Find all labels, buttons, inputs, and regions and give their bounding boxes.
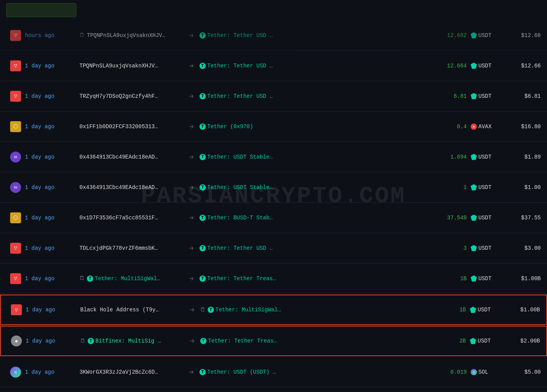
to-col[interactable]: ₮ Tether: USDT Stable… [199, 154, 428, 160]
row-icon-col: ▽ [6, 30, 25, 41]
row-icon-col: ▽ [7, 304, 26, 315]
to-col[interactable]: ₮ Tether (0x970) [199, 124, 428, 130]
usdt-gem-icon [471, 93, 477, 99]
amount-col: 12.664 [428, 63, 467, 69]
transactions-table: ▽ hours ago 🗒TPQNPnSLA9uxjqVsaknXHJV… ₮ … [0, 20, 547, 387]
from-col[interactable]: 0x4364913Cbc49EAdc18eAD… [79, 154, 189, 160]
tether-icon: ₮ [199, 184, 206, 191]
usdt-gem-icon [471, 63, 477, 69]
to-col[interactable]: ₮ Tether: Tether USD … [199, 93, 428, 99]
tron-icon: ▽ [11, 304, 22, 315]
time-col: 1 day ago [25, 63, 79, 69]
tron-icon: ▽ [10, 30, 21, 41]
table-row[interactable]: ▽ 1 day ago TDLcxjdPGk778vrZF6mmsbK… ₮ T… [0, 233, 547, 263]
token-col: ◎ SOL [467, 369, 502, 375]
table-row[interactable]: ∞ 1 day ago 0x4364913Cbc49EAdc18eAD… ₮ T… [0, 142, 547, 172]
avax-icon: ▲ [471, 124, 477, 130]
tron-icon: ▽ [10, 60, 21, 71]
value-col: $1.00B [502, 275, 541, 282]
separator [189, 276, 199, 281]
separator [189, 245, 199, 251]
from-col[interactable]: 🗒₮ Tether: MultiSigWal… [79, 275, 189, 282]
from-col[interactable]: 0x1D7F3536cF7a5cc85531F… [79, 215, 189, 221]
table-row[interactable]: ▽ 1 day ago TRZyqH7y7DSoQ2gnCzfy4hF… ₮ T… [0, 81, 547, 111]
amount-col: 0.019 [428, 369, 467, 375]
time-col: 1 day ago [26, 338, 80, 344]
from-col[interactable]: 🗒₮ Bitfinex: MultiSig … [80, 338, 189, 344]
tether-icon: ₮ [199, 93, 206, 99]
table-row[interactable]: ◎ 1 day ago 3KWorGX3R3zJ2aVj2BcZc6D… ₮ T… [0, 357, 547, 387]
separator [189, 369, 199, 375]
time-col: 1 day ago [25, 184, 79, 191]
usdt-gem-icon [470, 307, 476, 313]
site-logo [6, 3, 76, 17]
from-col[interactable]: 3KWorGX3R3zJ2aVj2BcZc6D… [79, 369, 189, 375]
tether-icon: ₮ [199, 369, 206, 375]
token-label: USDT [478, 307, 491, 313]
to-col[interactable]: ₮ Tether: USDT Stable… [199, 184, 428, 191]
to-label: Tether: Tether USD … [207, 63, 273, 69]
table-row[interactable]: ▽ 1 day ago 🗒₮ Tether: MultiSigWal… ₮ Te… [0, 263, 547, 294]
row-icon-col: ⬡ [6, 212, 25, 223]
to-col[interactable]: ₮ Tether: BUSD-T Stab… [199, 215, 428, 221]
table-row[interactable]: ⬡ 1 day ago 0x1FF1b0D02FCF332005313… ₮ T… [0, 111, 547, 142]
from-col[interactable]: TPQNPnSLA9uxjqVsaknXHJV… [79, 63, 189, 69]
to-label: Tether: Tether Treas… [208, 338, 277, 344]
table-row[interactable]: ⬡ 1 day ago 0x1D7F3536cF7a5cc85531F… ₮ T… [0, 203, 547, 233]
time-col: 1 day ago [25, 215, 79, 221]
to-col[interactable]: ₮ Tether: Tether USD … [199, 63, 428, 69]
time-col: hours ago [25, 32, 79, 39]
token-label: USDT [478, 63, 492, 69]
value-col: $16.80 [502, 124, 541, 130]
arrow-icon [189, 94, 194, 99]
table-row[interactable]: ∞ 1 day ago 0x4364913Cbc49EAdc18eAD… ₮ T… [0, 172, 547, 203]
to-col[interactable]: ₮ Tether: Tether USD … [199, 245, 428, 251]
to-col[interactable]: ₮ Tether: Tether Treas… [200, 338, 427, 344]
from-label: TPQNPnSLA9uxjqVsaknXHJV… [79, 63, 158, 69]
from-label: TPQNPnSLA9uxjqVsaknXHJV… [87, 32, 166, 39]
from-col[interactable]: 🗒TPQNPnSLA9uxjqVsaknXHJV… [79, 32, 189, 39]
separator [189, 185, 199, 190]
from-col[interactable]: 0x1FF1b0D02FCF332005313… [79, 124, 189, 130]
from-col[interactable]: Black Hole Address (T9y… [80, 307, 189, 313]
token-label: SOL [478, 369, 488, 375]
table-row[interactable]: ▽ hours ago 🗒TPQNPnSLA9uxjqVsaknXHJV… ₮ … [0, 20, 547, 51]
chain-icon: ∞ [10, 182, 21, 193]
row-icon-col: ◆ [7, 335, 26, 346]
token-col: USDT [466, 307, 501, 313]
time-col: 1 day ago [25, 275, 79, 282]
token-col: ▲ AVAX [467, 124, 502, 130]
arrow-icon [189, 276, 194, 281]
from-label: TDLcxjdPGk778vrZF6mmsbK… [79, 245, 158, 251]
row-icon-col: ▽ [6, 60, 25, 71]
value-col: $37.55 [502, 215, 541, 221]
to-col[interactable]: ₮ Tether: Tether Treas… [199, 275, 428, 282]
token-col: USDT [467, 63, 502, 69]
doc-icon: 🗒 [80, 338, 85, 344]
amount-col: 37.549 [428, 215, 467, 221]
table-row[interactable]: ▽ 1 day ago Black Hole Address (T9y… 🗒₮ … [0, 295, 547, 325]
from-col[interactable]: TRZyqH7y7DSoQ2gnCzfy4hF… [79, 93, 189, 99]
table-row[interactable]: ▽ 1 day ago TPQNPnSLA9uxjqVsaknXHJV… ₮ T… [0, 51, 547, 81]
from-col[interactable]: TDLcxjdPGk778vrZF6mmsbK… [79, 245, 189, 251]
usdt-gem-icon [471, 245, 477, 251]
arrow-icon [189, 215, 194, 221]
tether-icon: ₮ [199, 124, 206, 130]
to-label: Tether: USDT (USDT) … [207, 369, 276, 375]
token-col: USDT [467, 93, 502, 99]
to-col[interactable]: ₮ Tether: USDT (USDT) … [199, 369, 428, 375]
sol-icon: ◎ [471, 369, 477, 375]
to-label: Tether: Tether USD … [207, 32, 273, 39]
time-col: 1 day ago [25, 369, 79, 375]
tether-icon: ₮ [87, 275, 93, 282]
to-col[interactable]: ₮ Tether: Tether USD … [199, 32, 428, 39]
row-icon-col: ▽ [6, 243, 25, 254]
amount-col: 1 [428, 184, 467, 191]
token-label: USDT [478, 275, 492, 282]
row-icon-col: ∞ [6, 152, 25, 162]
arrow-icon [189, 369, 194, 375]
from-col[interactable]: 0x4364913Cbc49EAdc18eAD… [79, 184, 189, 191]
to-col[interactable]: 🗒₮ Tether: MultiSigWal… [200, 307, 427, 313]
arrow-icon [189, 154, 194, 160]
table-row[interactable]: ◆ 1 day ago 🗒₮ Bitfinex: MultiSig … ₮ Te… [0, 326, 547, 356]
